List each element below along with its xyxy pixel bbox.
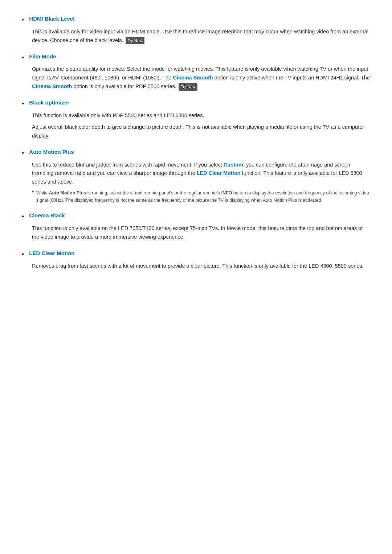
black-optimizer-title: Black optimizer	[29, 98, 69, 107]
cinema-black-text: This function is only available on the L…	[32, 224, 370, 242]
hdmi-black-level-body: This is available only for video input v…	[32, 28, 370, 45]
try-now-badge-hdmi[interactable]: Try Now	[126, 37, 145, 44]
led-clear-motion-link-ref[interactable]: LED Clear Motion	[197, 170, 241, 176]
bullet-icon: •	[22, 53, 24, 63]
auto-motion-plus-text: Use this to reduce blur and judder from …	[32, 161, 370, 187]
bullet-icon: •	[22, 99, 24, 109]
section-cinema-black: • Cinema Black This function is only ava…	[22, 211, 370, 242]
bullet-icon: •	[22, 15, 24, 25]
cinema-black-body: This function is only available on the L…	[32, 224, 370, 242]
cinema-black-title: Cinema Black	[29, 211, 65, 220]
list-item-hdmi-black-level: • HDMI Black Level	[22, 15, 370, 25]
content-area: • HDMI Black Level This is available onl…	[22, 15, 370, 271]
black-optimizer-body: This function is available only with PDP…	[32, 111, 370, 140]
film-mode-body: Optimizes the picture quality for movies…	[32, 65, 370, 91]
section-film-mode: • Film Mode Optimizes the picture qualit…	[22, 52, 370, 91]
hdmi-black-level-text: This is available only for video input v…	[32, 28, 370, 45]
hdmi-black-level-title: HDMI Black Level	[29, 15, 74, 23]
note-text: While Auto Motion Plus is running, selec…	[36, 189, 370, 204]
section-auto-motion-plus: • Auto Motion Plus Use this to reduce bl…	[22, 148, 370, 204]
cinema-smooth-link-2[interactable]: Cinema Smooth	[32, 83, 72, 89]
cinema-smooth-link-1[interactable]: Cinema Smooth	[173, 75, 213, 81]
auto-motion-plus-body: Use this to reduce blur and judder from …	[32, 161, 370, 204]
led-clear-motion-title: LED Clear Motion	[29, 249, 74, 258]
try-now-badge-film[interactable]: Try Now	[179, 83, 198, 90]
bullet-icon: •	[22, 148, 24, 159]
note-quote-icon: "	[32, 189, 34, 197]
auto-motion-plus-note: " While Auto Motion Plus is running, sel…	[32, 189, 370, 204]
list-item-auto-motion-plus: • Auto Motion Plus	[22, 148, 370, 159]
info-bold: INFO	[221, 190, 232, 196]
custom-link[interactable]: Custom	[224, 162, 243, 168]
auto-motion-plus-title: Auto Motion Plus	[29, 148, 74, 156]
black-optimizer-text-1: This function is available only with PDP…	[32, 111, 370, 120]
auto-motion-plus-bold: Auto Motion Plus	[49, 190, 86, 196]
list-item-cinema-black: • Cinema Black	[22, 211, 370, 222]
film-mode-text: Optimizes the picture quality for movies…	[32, 65, 370, 91]
led-clear-motion-body: Removes drag from fast scenes with a lot…	[32, 262, 370, 271]
section-hdmi-black-level: • HDMI Black Level This is available onl…	[22, 15, 370, 45]
section-led-clear-motion: • LED Clear Motion Removes drag from fas…	[22, 249, 370, 271]
film-mode-title: Film Mode	[29, 52, 56, 61]
bullet-icon: •	[22, 249, 24, 260]
bullet-icon: •	[22, 212, 24, 222]
list-item-film-mode: • Film Mode	[22, 52, 370, 63]
list-item-led-clear-motion: • LED Clear Motion	[22, 249, 370, 260]
list-item-black-optimizer: • Black optimizer	[22, 98, 370, 109]
section-black-optimizer: • Black optimizer This function is avail…	[22, 98, 370, 140]
led-clear-motion-text: Removes drag from fast scenes with a lot…	[32, 262, 370, 271]
black-optimizer-text-2: Adjust overall black color depth to give…	[32, 123, 370, 140]
